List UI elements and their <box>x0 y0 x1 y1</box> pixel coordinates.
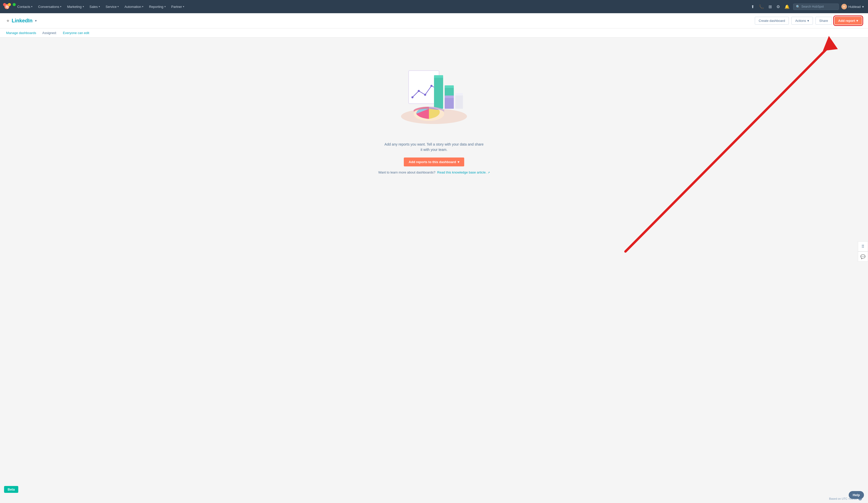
user-chevron-icon: ▾ <box>862 5 864 9</box>
window-close-dot[interactable] <box>3 3 6 6</box>
search-box[interactable]: 🔍 <box>793 3 839 10</box>
beta-badge[interactable]: Beta <box>4 486 18 490</box>
empty-dashboard-text: Add any reports you want. Tell a story w… <box>383 142 485 152</box>
sales-chevron: ▾ <box>99 5 100 8</box>
share-button[interactable]: Share <box>815 17 832 24</box>
main-content: Add any reports you want. Tell a story w… <box>0 38 868 490</box>
dashboard-title: ★ LinkedIn ▾ <box>6 18 37 24</box>
manage-dashboards-link[interactable]: Manage dashboards <box>6 31 36 35</box>
create-dashboard-button[interactable]: Create dashboard <box>755 17 789 24</box>
phone-icon[interactable]: 📞 <box>758 3 765 10</box>
everyone-can-edit-link[interactable]: Everyone can edit <box>63 31 89 35</box>
knowledge-base-text: Want to learn more about dashboards? Rea… <box>378 170 489 174</box>
actions-button[interactable]: Actions ▾ <box>791 17 813 24</box>
contacts-chevron: ▾ <box>31 5 32 8</box>
svg-point-3 <box>411 96 413 98</box>
grid-icon[interactable]: ⊞ <box>767 3 773 10</box>
sub-header-actions: Create dashboard Actions ▾ Share Add rep… <box>755 17 862 24</box>
marketing-chevron: ▾ <box>83 5 84 8</box>
svg-point-6 <box>431 85 433 87</box>
service-chevron: ▾ <box>117 5 119 8</box>
top-bar-right: ⬆ 📞 ⊞ ⚙ 🔔 🔍 H Hublead ▾ <box>750 3 864 10</box>
actions-caret-icon: ▾ <box>807 19 809 23</box>
search-input[interactable] <box>802 5 836 8</box>
svg-rect-14 <box>455 93 463 109</box>
nav-items: Contacts ▾ Conversations ▾ Marketing ▾ S… <box>15 3 750 10</box>
sub-header: ★ LinkedIn ▾ Create dashboard Actions ▾ … <box>0 13 868 29</box>
svg-point-5 <box>424 94 426 96</box>
window-maximize-dot[interactable] <box>13 3 16 6</box>
knowledge-base-link[interactable]: Read this knowledge base article. <box>437 170 487 174</box>
svg-point-4 <box>418 90 420 92</box>
add-report-caret-icon: ▾ <box>856 19 858 23</box>
automation-chevron: ▾ <box>142 5 143 8</box>
top-navigation-bar: Contacts ▾ Conversations ▾ Marketing ▾ S… <box>0 0 868 13</box>
partner-chevron: ▾ <box>183 5 184 8</box>
user-label: Hublead <box>848 5 861 9</box>
add-reports-to-dashboard-button[interactable]: Add reports to this dashboard ▾ <box>404 158 464 167</box>
dashboard-illustration <box>393 53 475 134</box>
side-float-panel: ⠿ 💬 <box>858 241 868 262</box>
svg-rect-11 <box>445 85 454 88</box>
settings-icon[interactable]: ⚙ <box>775 3 781 10</box>
nav-service[interactable]: Service ▾ <box>103 3 121 10</box>
side-grid-icon[interactable]: ⠿ <box>858 241 868 252</box>
search-icon: 🔍 <box>796 5 800 9</box>
reporting-chevron: ▾ <box>164 5 166 8</box>
svg-rect-13 <box>445 95 454 98</box>
nav-contacts[interactable]: Contacts ▾ <box>15 3 35 10</box>
user-area[interactable]: H Hublead ▾ <box>841 4 864 9</box>
add-report-button[interactable]: Add report ▾ <box>835 17 862 24</box>
window-minimize-dot[interactable] <box>8 3 11 6</box>
nav-reporting[interactable]: Reporting ▾ <box>146 3 168 10</box>
nav-marketing[interactable]: Marketing ▾ <box>64 3 86 10</box>
favorite-star-icon[interactable]: ★ <box>6 18 10 23</box>
bell-icon[interactable]: 🔔 <box>784 3 790 10</box>
nav-partner[interactable]: Partner ▾ <box>169 3 187 10</box>
side-chat-icon[interactable]: 💬 <box>858 252 868 262</box>
add-reports-caret-icon: ▾ <box>458 160 459 164</box>
svg-rect-8 <box>434 76 443 109</box>
dashboard-name-label[interactable]: LinkedIn <box>12 18 32 24</box>
nav-conversations[interactable]: Conversations ▾ <box>35 3 64 10</box>
avatar: H <box>841 4 847 9</box>
nav-automation[interactable]: Automation ▾ <box>122 3 146 10</box>
external-link-icon: ↗ <box>487 171 490 174</box>
conversations-chevron: ▾ <box>60 5 61 8</box>
svg-rect-15 <box>455 93 463 95</box>
svg-rect-9 <box>434 75 443 78</box>
dashboard-dropdown-icon[interactable]: ▾ <box>35 19 37 23</box>
nav-sales[interactable]: Sales ▾ <box>87 3 103 10</box>
assigned-label: Assigned: <box>42 31 57 35</box>
upgrade-icon[interactable]: ⬆ <box>750 3 755 10</box>
manage-bar: Manage dashboards Assigned: Everyone can… <box>0 29 868 38</box>
